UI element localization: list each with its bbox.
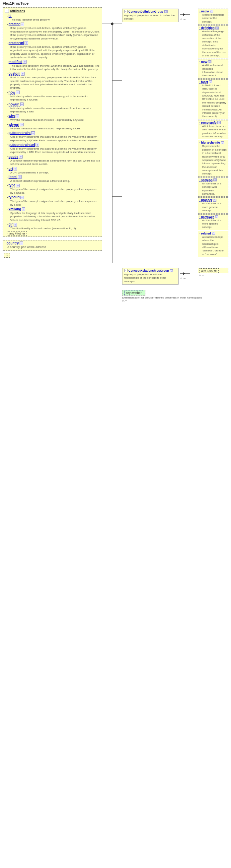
attr-name-qcode[interactable]: qcode xyxy=(9,155,18,159)
attr-item-pubconstraint: ·pubconstraint○One or many constraints t… xyxy=(5,131,100,142)
left-connector: ··· xyxy=(4,253,102,257)
attr-badge-literal: ○ xyxy=(18,175,22,179)
attr-badge-how: ○ xyxy=(16,91,20,94)
cdg-header: + ConceptDefinitionGroup □ xyxy=(124,10,177,13)
cdg-item-desc-sameAs: An identifier of a concept with equivale… xyxy=(202,182,227,196)
cdg-item-desc-remoteInfo: A link to an item or a web resource whic… xyxy=(202,125,227,138)
attr-name-modified[interactable]: modified xyxy=(9,60,23,64)
cdg-item-desc-broader: An identifier of a more generic concept. xyxy=(202,202,227,212)
any-other-badge: any ##other xyxy=(8,231,100,235)
cdg-item-name-name[interactable]: · name xyxy=(200,10,209,13)
cdg-badge: □ xyxy=(164,10,168,13)
cdg-item-name-related[interactable]: · related xyxy=(200,232,211,235)
bullet-modified: · xyxy=(7,60,8,64)
attr-desc-modified: The date (and optionally, the time) when… xyxy=(10,64,100,71)
cdg-item-facet: · facet□In NAR 1.8 and later, facet is d… xyxy=(198,79,228,119)
crg-any-badge-box: any ##other xyxy=(198,268,228,273)
bullet-typeuri: · xyxy=(7,196,8,199)
cdg-name-row-broader: · broader□ xyxy=(200,198,227,202)
cdg-badge-remoteInfo: □ xyxy=(218,121,221,124)
bullet-qcode: · xyxy=(7,155,8,159)
attribute-items-container: ·idThe local identifier of the property.… xyxy=(5,14,100,230)
attr-desc-why: Why the metadata has been included - exp… xyxy=(10,118,100,122)
bullet-xmllang: · xyxy=(7,207,8,211)
attr-name-creator[interactable]: creator xyxy=(9,22,20,26)
attr-name-pubconstrainturi[interactable]: pubconstrainturi xyxy=(9,143,35,147)
cdg-item-related: · related□A related concept, where the r… xyxy=(198,231,228,257)
crg-badge: □ xyxy=(170,269,173,272)
bottom-any-badge: any ##other xyxy=(122,290,145,296)
bullet-type: · xyxy=(7,184,8,187)
attr-item-creator: ·creator○If the property value is not de… xyxy=(5,22,100,40)
attr-name-typeuri[interactable]: typeuri xyxy=(9,195,20,199)
collapse-button[interactable]: − xyxy=(5,9,9,13)
crg-collapse[interactable]: + xyxy=(124,269,127,272)
attr-desc-xmllang: Specifies the language of this property … xyxy=(10,212,100,222)
center-connectors xyxy=(102,7,122,302)
cdg-conn-svg xyxy=(180,11,197,18)
left-column: − attributes ·idThe local identifier of … xyxy=(3,7,102,302)
cdg-item-note: · note□Additional natural language infor… xyxy=(198,59,228,79)
cdg-multiplicity: 0..∞ xyxy=(180,18,185,21)
attr-name-type[interactable]: type xyxy=(9,183,16,187)
cdg-item-name-definition[interactable]: · definition xyxy=(200,26,215,30)
attr-name-literal[interactable]: literal xyxy=(9,175,18,179)
attr-name-row-howuri: ·howuri○ xyxy=(7,102,100,106)
attr-badge-pubconstrainturi: ○ xyxy=(35,143,39,147)
attr-badge-typeuri: ○ xyxy=(20,196,24,199)
crg-desc: A group of properties to indicate relati… xyxy=(124,273,177,283)
cdg-item-name-hierarchyInfo[interactable]: · hierarchyInfo xyxy=(200,141,220,144)
cdg-item-broader: · broader□An identifier of a more generi… xyxy=(198,197,228,213)
page-title: Flex1PropType xyxy=(0,0,231,6)
svg-marker-9 xyxy=(183,272,185,275)
attr-name-why[interactable]: why xyxy=(9,114,15,118)
attr-name-how[interactable]: how xyxy=(9,91,15,95)
cdg-badge-related: □ xyxy=(212,232,215,235)
cdg-desc: A group of properties required to define… xyxy=(124,14,177,21)
attr-item-qcode: ·qcode○A concept identifier expressed as… xyxy=(5,155,100,166)
attr-name-row-qcode: ·qcode○ xyxy=(7,155,100,159)
attr-name-row-creator: ·creator○ xyxy=(7,22,100,26)
attr-name-dir[interactable]: dir xyxy=(9,222,13,226)
cdg-item-name-narrower[interactable]: · narrower xyxy=(200,215,214,219)
attr-badge-creatoruri: ○ xyxy=(25,41,28,45)
attr-name-pubconstraint[interactable]: pubconstraint xyxy=(9,131,31,135)
cdg-item-desc-name: A natural language name for the concept. xyxy=(202,13,227,24)
cdg-item-name-facet[interactable]: · facet xyxy=(200,80,208,84)
cdg-item-name-remoteInfo[interactable]: · remoteInfo xyxy=(200,121,217,124)
attr-name-row-whyuri: ·whyuri○ xyxy=(7,123,100,127)
cdg-item-desc-facet: In NAR 1.8 and later, facet is deprecate… xyxy=(202,84,227,118)
country-header: · country ○ xyxy=(5,242,100,245)
attr-item-pubconstrainturi: ·pubconstrainturi○One or many constraint… xyxy=(5,143,100,154)
attr-name-xmllang[interactable]: xmllang xyxy=(9,207,21,211)
country-badge: ○ xyxy=(20,242,23,245)
concept-relationships-group-box: + ConceptRelationshipsGroup □ A group of… xyxy=(122,268,178,285)
attr-name-uri[interactable]: uri xyxy=(9,167,13,171)
attr-name-custom[interactable]: custom xyxy=(9,72,21,75)
cdg-item-name-note[interactable]: · note xyxy=(200,60,207,63)
cdg-item-name-broader[interactable]: · broader xyxy=(200,198,212,202)
attr-badge-uri: ○ xyxy=(13,167,17,170)
attr-name-creatoruri[interactable]: creatoruri xyxy=(9,41,24,45)
attr-name-howuri[interactable]: howuri xyxy=(9,102,20,106)
cdg-badge-facet: □ xyxy=(209,80,212,83)
attr-badge-type: ○ xyxy=(16,184,20,187)
attr-item-whyuri: ·whyuri○Why the metadata has been includ… xyxy=(5,123,100,130)
attr-item-dir: ·dir○The directionality of textual conte… xyxy=(5,222,100,230)
cdg-item-desc-note: Additional natural language information … xyxy=(202,64,227,78)
crg-any-badge: any ##other xyxy=(200,268,219,273)
attr-name-id[interactable]: id xyxy=(9,14,11,18)
attr-desc-how: Indicates by which means the value was a… xyxy=(10,95,100,102)
attr-name-whyuri[interactable]: whyuri xyxy=(9,123,19,127)
bottom-multiplicity: 0..∞ xyxy=(122,299,228,302)
attr-name-row-type: ·type○ xyxy=(7,183,100,187)
attr-badge-modified: ○ xyxy=(23,60,27,64)
cdg-name-row-facet: · facet□ xyxy=(200,80,227,84)
attr-desc-pubconstraint: One or many constraints that apply to pu… xyxy=(10,135,100,142)
cdg-item-desc-narrower: An identifier of a more specific concept… xyxy=(202,219,227,229)
attr-item-literal: ·literal○A concept identifier expressed … xyxy=(5,175,100,183)
cdg-collapse[interactable]: + xyxy=(124,10,127,13)
cdg-item-name-sameAs[interactable]: · sameAs xyxy=(200,179,213,182)
attr-badge-whyuri: ○ xyxy=(20,123,24,126)
bottom-any-text: any ##other xyxy=(124,290,143,295)
